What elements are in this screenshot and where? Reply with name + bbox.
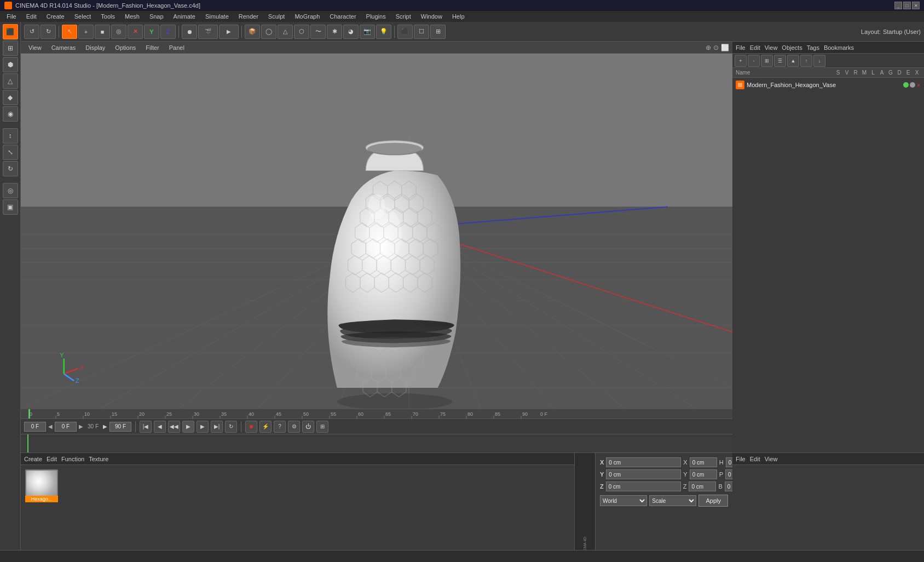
timeline-btn[interactable]: 🎬: [198, 25, 218, 39]
obj-dot-2[interactable]: [910, 82, 915, 88]
record-button[interactable]: ⏺: [245, 421, 257, 433]
obj-tb-7[interactable]: ↓: [813, 55, 825, 67]
menu-simulate[interactable]: Simulate: [201, 12, 233, 21]
play-button[interactable]: ▶: [182, 421, 194, 433]
frame-start-input[interactable]: [55, 422, 77, 432]
sphere-btn[interactable]: ◯: [261, 25, 276, 39]
menu-edit[interactable]: Edit: [22, 12, 41, 21]
mat-function[interactable]: Function: [61, 456, 84, 462]
close-button[interactable]: ✕: [912, 2, 920, 9]
move-tool[interactable]: +: [78, 25, 94, 39]
obj-edit[interactable]: Edit: [750, 44, 760, 51]
menu-help[interactable]: Help: [448, 12, 469, 21]
obj-dot-1[interactable]: [903, 82, 909, 88]
vp-menu-view[interactable]: View: [24, 43, 46, 52]
go-start-button[interactable]: |◀: [140, 421, 152, 433]
rp-file2[interactable]: File: [736, 456, 746, 462]
obj-tb-4[interactable]: ☰: [774, 55, 786, 67]
tool-object[interactable]: ◉: [3, 106, 18, 122]
tool-points[interactable]: ⬢: [3, 57, 18, 72]
step-fwd-button[interactable]: ▶: [197, 421, 209, 433]
tool-scale[interactable]: ⤡: [3, 145, 18, 160]
nurbs-btn[interactable]: ✱: [327, 25, 342, 39]
power-button[interactable]: ⏻: [302, 421, 314, 433]
tool-move[interactable]: ↕: [3, 128, 18, 144]
vp-zoom-icon[interactable]: ⊙: [713, 44, 719, 51]
menu-window[interactable]: Window: [417, 12, 447, 21]
vp-menu-cameras[interactable]: Cameras: [47, 43, 80, 52]
maximize-button[interactable]: □: [903, 2, 911, 9]
menu-script[interactable]: Script: [391, 12, 415, 21]
rotate-tool[interactable]: ◎: [111, 25, 126, 39]
material-thumbnail[interactable]: Hexago...: [25, 469, 58, 502]
timeline-track[interactable]: [21, 434, 732, 452]
grid-button[interactable]: ⊞: [316, 421, 328, 433]
minimize-button[interactable]: _: [894, 2, 902, 9]
menu-mograph[interactable]: MoGraph: [290, 12, 324, 21]
mat-create[interactable]: Create: [24, 456, 42, 462]
key-props-button[interactable]: ?: [274, 421, 286, 433]
redo-button[interactable]: ↻: [41, 25, 56, 39]
x-axis[interactable]: ✕: [128, 25, 143, 39]
coord-sy-input[interactable]: [690, 469, 717, 479]
light-btn[interactable]: 💡: [376, 25, 391, 39]
obj-tb-6[interactable]: ↑: [800, 55, 812, 67]
play-back-button[interactable]: ◀◀: [168, 421, 180, 433]
menu-animate[interactable]: Animate: [169, 12, 200, 21]
coord-system-select[interactable]: World: [600, 495, 647, 506]
apply-button[interactable]: Apply: [698, 495, 728, 507]
menu-create[interactable]: Create: [42, 12, 69, 21]
obj-tb-5[interactable]: ▲: [787, 55, 799, 67]
menu-tools[interactable]: Tools: [96, 12, 119, 21]
spline-btn[interactable]: 〜: [310, 25, 326, 39]
auto-key-button[interactable]: ⚡: [259, 421, 272, 433]
tool-rotate[interactable]: ↻: [3, 161, 18, 176]
obj-tb-1[interactable]: +: [735, 55, 747, 67]
obj-row-vase[interactable]: Modern_Fashion_Hexagon_Vase ✕: [734, 79, 923, 91]
scale-tool[interactable]: ■: [95, 25, 110, 39]
coord-y-input[interactable]: [606, 469, 681, 479]
loop-button[interactable]: ↻: [225, 421, 237, 433]
obj-view-menu[interactable]: View: [765, 44, 778, 51]
vp-fullscreen-icon[interactable]: ⬜: [721, 44, 729, 51]
vp-menu-options[interactable]: Options: [111, 43, 140, 52]
z-axis[interactable]: Z: [160, 25, 176, 39]
tool-polygons[interactable]: ◆: [3, 90, 18, 105]
menu-render[interactable]: Render: [234, 12, 263, 21]
obj-bookmarks[interactable]: Bookmarks: [824, 44, 854, 51]
menu-file[interactable]: File: [2, 12, 21, 21]
menu-sculpt[interactable]: Sculpt: [264, 12, 290, 21]
3d-viewport[interactable]: Perspective: [21, 54, 732, 409]
deformer-btn[interactable]: ◕: [343, 25, 359, 39]
tool-rectangle[interactable]: ▣: [3, 199, 18, 215]
obj-tb-2[interactable]: -: [748, 55, 760, 67]
transform-type-select[interactable]: Scale: [649, 495, 696, 506]
obj-close[interactable]: ✕: [916, 82, 921, 88]
tool-model[interactable]: ⬛: [3, 24, 18, 39]
cube-btn[interactable]: 📦: [245, 25, 260, 39]
coord-sx-input[interactable]: [690, 457, 717, 467]
frame-end-input[interactable]: [109, 422, 131, 432]
menu-plugins[interactable]: Plugins: [362, 12, 390, 21]
step-back-button[interactable]: ◀: [154, 421, 166, 433]
floor-btn[interactable]: ⬛: [397, 25, 413, 39]
menu-character[interactable]: Character: [325, 12, 360, 21]
select-tool[interactable]: ↖: [62, 25, 77, 39]
tool-live-select[interactable]: ◎: [3, 183, 18, 198]
environment-btn[interactable]: ⊞: [430, 25, 446, 39]
coord-x-input[interactable]: [606, 457, 681, 467]
cone-btn[interactable]: △: [278, 25, 293, 39]
obj-tags[interactable]: Tags: [807, 44, 819, 51]
vp-menu-panel[interactable]: Panel: [165, 43, 189, 52]
menu-snap[interactable]: Snap: [145, 12, 168, 21]
obj-file[interactable]: File: [736, 44, 746, 51]
obj-objects[interactable]: Objects: [782, 44, 802, 51]
render-btn[interactable]: ▶: [219, 25, 239, 39]
camera-btn[interactable]: 📷: [360, 25, 375, 39]
coord-z-input[interactable]: [606, 481, 681, 491]
sky-btn[interactable]: ☐: [414, 25, 429, 39]
mat-texture[interactable]: Texture: [89, 456, 108, 462]
rp-edit2[interactable]: Edit: [750, 456, 760, 462]
undo-button[interactable]: ↺: [24, 25, 39, 39]
coord-sz-input[interactable]: [689, 481, 716, 491]
